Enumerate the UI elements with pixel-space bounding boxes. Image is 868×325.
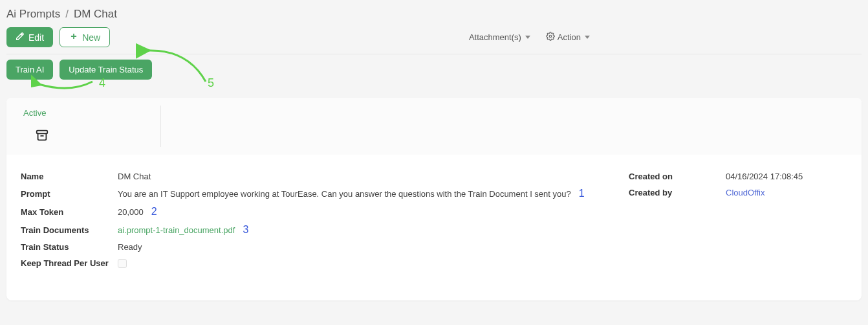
update-train-status-button[interactable]: Update Train Status — [60, 60, 152, 80]
edit-label: Edit — [28, 32, 44, 43]
name-label: Name — [21, 172, 118, 181]
created-by-value[interactable]: CloudOffix — [726, 188, 765, 197]
name-value: DM Chat — [118, 172, 151, 181]
pencil-icon — [16, 32, 25, 43]
annotation-5: 5 — [208, 76, 214, 90]
annotation-3: 3 — [243, 224, 248, 236]
prompt-label: Prompt — [21, 189, 118, 199]
created-on-value: 04/16/2024 17:08:45 — [726, 172, 803, 181]
annotation-4: 4 — [99, 76, 105, 90]
edit-button[interactable]: Edit — [6, 27, 53, 47]
breadcrumb-separator: / — [65, 8, 69, 21]
status-active[interactable]: Active — [23, 108, 49, 118]
train-status-label: Train Status — [21, 242, 118, 252]
train-documents-label: Train Documents — [21, 225, 118, 235]
created-by-label: Created by — [629, 188, 726, 197]
chevron-down-icon — [585, 36, 590, 39]
action-label: Action — [558, 32, 581, 42]
plus-icon — [69, 32, 78, 43]
train-ai-button[interactable]: Train AI — [6, 60, 53, 80]
breadcrumb-current: DM Chat — [74, 8, 117, 21]
toolbar: Edit New Attachment(s) — [6, 27, 862, 54]
breadcrumb: Ai Prompts / DM Chat — [6, 8, 862, 21]
statusbar: Active — [6, 98, 862, 155]
svg-rect-1 — [37, 131, 48, 134]
max-token-value: 20,000 — [118, 207, 144, 217]
workflow-buttons: Train AI Update Train Status — [0, 54, 868, 85]
annotation-2: 2 — [151, 206, 157, 218]
annotation-1: 1 — [579, 188, 585, 199]
details-section: Name DM Chat Prompt You are an IT Suppor… — [6, 155, 862, 300]
action-dropdown[interactable]: Action — [546, 32, 590, 43]
archive-icon — [35, 128, 49, 144]
divider — [160, 106, 161, 147]
keep-thread-label: Keep Thread Per User — [21, 258, 118, 268]
attachments-label: Attachment(s) — [469, 32, 521, 42]
train-status-value: Ready — [118, 242, 142, 252]
created-on-label: Created on — [629, 172, 726, 181]
prompt-value: You are an IT Support employee working a… — [118, 189, 571, 199]
max-token-label: Max Token — [21, 207, 118, 217]
new-button[interactable]: New — [60, 27, 110, 47]
chevron-down-icon — [525, 36, 530, 39]
svg-point-0 — [549, 35, 552, 38]
record-card: Active Name DM Chat Prompt You are an IT… — [6, 98, 862, 300]
gear-icon — [546, 32, 555, 43]
train-documents-value[interactable]: ai.prompt-1-train_document.pdf — [118, 225, 235, 235]
keep-thread-checkbox[interactable] — [118, 259, 127, 268]
attachments-dropdown[interactable]: Attachment(s) — [469, 32, 530, 42]
breadcrumb-parent[interactable]: Ai Prompts — [6, 8, 60, 21]
new-label: New — [82, 32, 100, 43]
